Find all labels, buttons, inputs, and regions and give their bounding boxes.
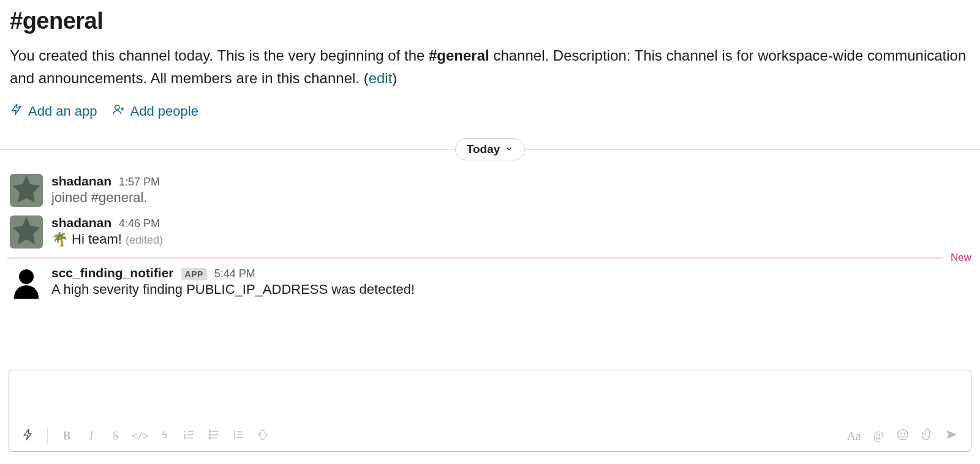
send-icon [945, 428, 959, 444]
send-button[interactable] [941, 427, 962, 445]
desc-text: You created this channel today. This is … [10, 47, 429, 64]
italic-icon: I [89, 430, 93, 443]
bulleted-list-icon [207, 428, 221, 444]
message-item[interactable]: scc_finding_notifier APP 5:44 PM A high … [0, 263, 980, 305]
add-app-label: Add an app [28, 103, 97, 119]
strikethrough-button[interactable]: S [105, 427, 126, 445]
app-badge: APP [181, 268, 207, 280]
bold-button[interactable]: B [56, 427, 77, 445]
message-item[interactable]: shadanan 4:46 PM 🌴Hi team! (edited) [0, 213, 980, 255]
link-button[interactable] [154, 427, 175, 445]
new-divider-label: New [946, 252, 971, 264]
svg-point-0 [115, 105, 119, 110]
bold-icon: B [63, 430, 70, 443]
shortcuts-button[interactable] [18, 427, 39, 445]
avatar[interactable] [10, 215, 43, 249]
svg-point-5 [901, 433, 902, 433]
code-button[interactable]: </> [130, 427, 151, 445]
link-icon [158, 428, 172, 444]
emoji-button[interactable] [892, 427, 913, 445]
format-icon: Aa [846, 429, 861, 443]
italic-button[interactable]: I [81, 427, 102, 445]
date-divider: Today [0, 136, 980, 163]
blockquote-icon [232, 428, 245, 444]
composer: B I S </> Aa @ [9, 370, 971, 452]
message-username[interactable]: shadanan [51, 215, 111, 230]
channel-description: You created this channel today. This is … [10, 44, 970, 89]
blockquote-button[interactable] [228, 427, 249, 445]
message-input[interactable] [9, 370, 971, 423]
smile-icon [896, 428, 910, 444]
format-toggle-button[interactable]: Aa [843, 427, 864, 445]
desc-text: ) [392, 70, 397, 86]
new-messages-divider: New [0, 252, 980, 263]
ordered-list-button[interactable] [179, 427, 200, 445]
avatar[interactable] [10, 266, 43, 299]
message-username[interactable]: scc_finding_notifier [51, 266, 174, 280]
code-block-icon [256, 428, 270, 444]
svg-point-1 [209, 430, 210, 432]
bulleted-list-button[interactable] [203, 427, 224, 445]
header-actions: Add an app Add people [10, 103, 970, 120]
strikethrough-icon: S [113, 430, 119, 443]
message-list: shadanan 1:57 PM joined #general. shadan… [0, 163, 980, 305]
toolbar-separator [47, 428, 48, 444]
message-timestamp[interactable]: 1:57 PM [119, 176, 160, 189]
message-body-text: Hi team! [72, 231, 122, 247]
date-pill-button[interactable]: Today [455, 138, 526, 160]
code-block-button[interactable] [252, 427, 273, 445]
code-icon: </> [132, 430, 148, 441]
ordered-list-icon [183, 428, 196, 444]
message-text: A high severity finding PUBLIC_IP_ADDRES… [51, 282, 970, 297]
chevron-down-icon [505, 143, 513, 156]
edit-description-link[interactable]: edit [369, 70, 393, 86]
message-timestamp[interactable]: 5:44 PM [214, 268, 255, 280]
svg-point-4 [898, 430, 908, 440]
svg-point-2 [209, 434, 210, 435]
add-app-button[interactable]: Add an app [10, 103, 97, 120]
message-item[interactable]: shadanan 1:57 PM joined #general. [0, 171, 980, 213]
date-pill-label: Today [467, 143, 500, 156]
new-divider-line [7, 258, 943, 258]
message-timestamp[interactable]: 4:46 PM [119, 217, 160, 230]
add-people-label: Add people [130, 103, 198, 119]
channel-title: #general [10, 7, 970, 36]
svg-point-6 [904, 433, 905, 433]
channel-header: #general You created this channel today.… [0, 0, 980, 120]
lightning-plus-icon [10, 103, 23, 120]
message-username[interactable]: shadanan [51, 174, 111, 189]
avatar[interactable] [10, 174, 43, 207]
composer-box: B I S </> Aa @ [9, 370, 971, 452]
desc-channel-name: #general [429, 47, 489, 64]
edited-label: (edited) [126, 234, 163, 246]
mention-button[interactable]: @ [868, 427, 889, 445]
palm-tree-icon: 🌴 [51, 231, 68, 247]
at-icon: @ [873, 430, 884, 443]
paperclip-icon [921, 428, 934, 444]
composer-toolbar: B I S </> Aa @ [9, 423, 971, 451]
message-text: joined #general. [51, 190, 970, 206]
person-plus-icon [112, 103, 126, 120]
attach-button[interactable] [917, 427, 938, 445]
message-text: 🌴Hi team! (edited) [51, 231, 970, 247]
svg-point-3 [209, 437, 210, 438]
add-people-button[interactable]: Add people [112, 103, 198, 120]
lightning-icon [21, 428, 35, 444]
